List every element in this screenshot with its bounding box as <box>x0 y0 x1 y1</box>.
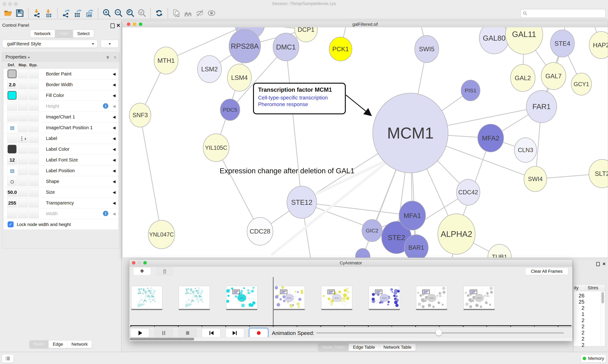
lock-checkbox[interactable]: ✓ <box>8 221 14 227</box>
collapse-arrow-icon[interactable]: ◀ <box>113 93 116 98</box>
collapse-arrow-icon[interactable]: ◀ <box>113 72 116 76</box>
frame-thumbnail-7[interactable]: MCM1— — — <box>464 286 495 309</box>
property-cell[interactable] <box>18 209 28 218</box>
annotation-box[interactable]: Transcription factor MCM1 Cell-type-spec… <box>253 83 346 114</box>
tab-network[interactable]: Network <box>30 30 55 38</box>
collapse-arrow-icon[interactable]: ◀ <box>113 104 116 108</box>
property-cell[interactable] <box>18 177 28 186</box>
frame-thumbnail-6[interactable]: MCM1— — — <box>416 286 447 309</box>
property-cell[interactable] <box>18 188 28 197</box>
close-panel-icon[interactable]: ✕ <box>116 23 121 28</box>
property-cell[interactable] <box>29 188 39 197</box>
property-cell[interactable] <box>29 102 39 111</box>
attribute-tab-edge[interactable]: Edge <box>48 340 67 348</box>
position-icon[interactable]: ▤ <box>7 123 17 132</box>
property-cell[interactable] <box>18 80 28 89</box>
export-table-button[interactable] <box>73 8 83 18</box>
property-cell[interactable] <box>29 80 39 89</box>
refresh-view-button[interactable] <box>154 8 164 18</box>
float-panel-icon[interactable] <box>596 262 600 266</box>
property-cell[interactable] <box>18 112 28 121</box>
property-row-width[interactable]: Widthi◀ <box>3 208 118 219</box>
frame-thumbnail-4[interactable]: MCM1— — — <box>321 286 352 309</box>
property-row-label[interactable]: ⋮›Label◀ <box>3 133 118 144</box>
open-file-button[interactable] <box>3 8 13 18</box>
properties-header[interactable]: Properties▾ » « <box>2 52 120 62</box>
property-cell[interactable] <box>18 102 28 111</box>
property-cell[interactable] <box>29 198 39 208</box>
edge[interactable] <box>216 148 260 231</box>
node-item[interactable] <box>356 248 370 258</box>
style-selector[interactable]: galFiltered Style ▾ <box>2 40 97 48</box>
property-cell[interactable] <box>18 166 28 175</box>
frame-thumbnail-2[interactable]: MCM1— — — <box>226 286 257 309</box>
annotation-link[interactable]: Pheromone response <box>258 101 341 107</box>
property-cell[interactable] <box>29 91 39 100</box>
default-value[interactable]: 50.0 <box>7 187 17 197</box>
annotation-link[interactable]: Cell-type-specific transcription <box>258 95 341 101</box>
search-field[interactable] <box>520 9 606 18</box>
zoom-out-button[interactable] <box>114 8 123 18</box>
property-cell[interactable] <box>29 69 39 78</box>
slider-handle[interactable] <box>435 329 442 336</box>
attribute-tab-network[interactable]: Network <box>67 340 92 348</box>
color-swatch[interactable] <box>8 70 16 78</box>
collapse-arrow-icon[interactable]: ◀ <box>113 158 116 162</box>
property-row-border-width[interactable]: 2.0Border Width◀ <box>3 79 118 90</box>
tab-select[interactable]: Select <box>73 30 94 38</box>
table-tab-node-table[interactable]: Node Table <box>318 344 349 351</box>
frame-thumbnail-1[interactable] <box>179 286 210 309</box>
table-scrollbar[interactable] <box>601 291 605 346</box>
network-canvas[interactable]: DCP1DMC1RPS28APCK1SWI5GAL80GAL11STE4HAP2… <box>122 27 608 258</box>
cyanimator-titlebar[interactable]: CyAnimator <box>129 260 572 266</box>
property-row-fill-color[interactable]: Fill Color◀ <box>3 90 118 101</box>
property-row-label-color[interactable]: Label Color◀ <box>3 144 118 155</box>
export-network-button[interactable] <box>61 8 71 18</box>
style-options-button[interactable]: ▾ <box>101 40 119 48</box>
property-row-label-position[interactable]: ▤Label Position◀ <box>3 165 118 176</box>
close-panel-icon[interactable]: ✕ <box>602 261 606 266</box>
frame-thumbnail-0[interactable] <box>131 286 162 309</box>
collapse-arrow-icon[interactable]: ◀ <box>113 190 116 195</box>
default-value[interactable]: 255 <box>7 198 17 208</box>
table-tab-edge-table[interactable]: Edge Table <box>349 344 379 351</box>
export-image-button[interactable] <box>85 8 94 18</box>
collapse-arrow-icon[interactable]: ◀ <box>113 147 116 152</box>
property-row-size[interactable]: 50.0Size◀ <box>3 187 118 198</box>
collapse-arrow-icon[interactable]: ◀ <box>113 201 116 205</box>
frame-thumbnail-3[interactable]: MCM1— — — <box>274 286 305 309</box>
play-button[interactable] <box>131 328 149 338</box>
property-cell[interactable] <box>29 166 39 175</box>
memory-button[interactable]: Memory <box>581 354 606 363</box>
table-column-centrality[interactable]: ity <box>574 285 579 290</box>
property-cell[interactable] <box>18 123 28 132</box>
property-row-label-font-size[interactable]: 12Label Font Size◀ <box>3 155 118 165</box>
expand-all-icon[interactable]: » <box>105 56 111 59</box>
collapse-arrow-icon[interactable]: ◀ <box>113 126 116 130</box>
cyanimator-timeline[interactable]: MCM1— — —MCM1— — —MCM1— — —MCM1— — —MCM1… <box>129 276 572 327</box>
property-row-transparency[interactable]: 255Transparency◀ <box>3 198 118 208</box>
timeline-playhead[interactable] <box>273 277 274 325</box>
property-row-image-chart-position-1[interactable]: ▤Image/Chart Position 1◀ <box>3 122 118 133</box>
property-cell[interactable] <box>29 144 39 154</box>
import-table-button[interactable] <box>44 8 54 18</box>
skip-start-button[interactable] <box>202 328 221 338</box>
skip-end-button[interactable] <box>226 328 244 338</box>
property-cell[interactable] <box>18 69 28 78</box>
edge[interactable] <box>286 47 302 202</box>
cyanimator-scrollbar[interactable] <box>129 337 572 341</box>
property-cell[interactable] <box>7 102 17 111</box>
clear-all-frames-button[interactable]: Clear All Frames <box>525 268 568 275</box>
property-cell[interactable] <box>29 112 39 121</box>
default-value[interactable]: 12 <box>7 155 17 165</box>
property-cell[interactable] <box>18 198 28 208</box>
edge[interactable] <box>140 115 162 234</box>
table-tab-network-table[interactable]: Network Table <box>379 344 416 351</box>
property-cell[interactable] <box>18 155 28 164</box>
property-cell[interactable] <box>29 134 39 143</box>
collapse-arrow-icon[interactable]: ◀ <box>113 115 116 119</box>
property-cell[interactable] <box>18 91 28 100</box>
collapse-arrow-icon[interactable]: ◀ <box>113 169 116 173</box>
collapse-arrow-icon[interactable]: ◀ <box>113 83 116 87</box>
property-cell[interactable] <box>29 155 39 164</box>
